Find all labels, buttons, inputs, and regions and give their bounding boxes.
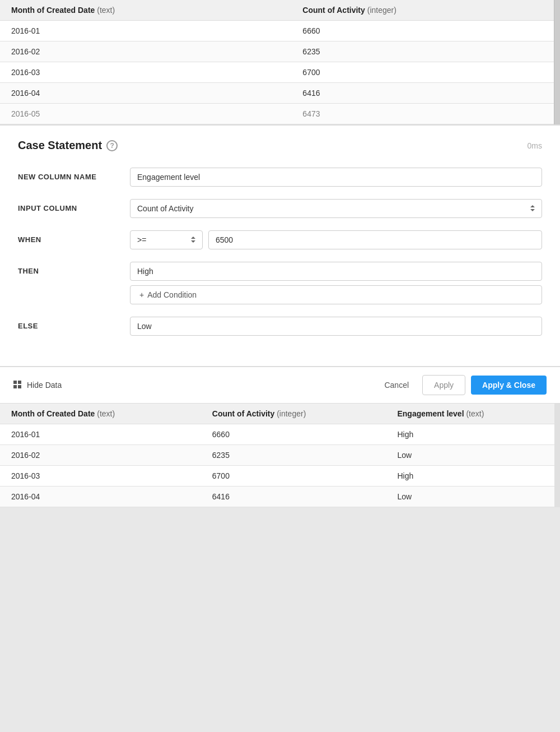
cell-engagement: Low [386,487,560,507]
hide-data-label: Hide Data [27,381,62,390]
table-row: 2016-02 6235 [0,41,560,62]
cell-engagement: High [386,424,560,445]
bottom-col-header-month: Month of Created Date (text) [0,404,201,424]
cell-month: 2016-02 [0,41,291,62]
table-row: 2016-03 6700 [0,62,560,83]
cell-count: 6235 [201,445,386,466]
cell-count: 6700 [291,62,560,83]
hide-data-button[interactable]: Hide Data [13,381,62,390]
cell-month: 2016-01 [0,21,291,41]
cell-count: 6416 [201,487,386,507]
help-icon[interactable]: ? [106,140,118,151]
timing-label: 0ms [528,141,542,150]
add-condition-button[interactable]: + Add Condition [130,285,542,304]
when-row: WHEN >= > = < <= != [18,230,542,249]
when-controls-wrapper: >= > = < <= != [130,230,542,249]
input-column-select[interactable]: Count of Activity Month of Created Date [130,199,542,218]
when-label: WHEN [18,230,130,244]
cell-count: 6235 [291,41,560,62]
cell-month: 2016-01 [0,424,201,445]
footer-actions: Cancel Apply Apply & Close [376,375,547,395]
cell-month: 2016-03 [0,62,291,83]
modal-header: Case Statement ? 0ms [18,139,542,152]
cell-count: 6660 [291,21,560,41]
input-column-row: INPUT COLUMN Count of Activity Month of … [18,199,542,218]
when-value-input[interactable] [208,230,542,249]
when-inputs: >= > = < <= != [130,230,542,249]
col-header-count: Count of Activity (integer) [291,0,560,21]
bottom-col-header-count: Count of Activity (integer) [201,404,386,424]
table-row: 2016-02 6235 Low [0,445,560,466]
cell-engagement: High [386,466,560,487]
then-row: THEN + Add Condition [18,262,542,304]
cell-engagement: Low [386,445,560,466]
apply-button[interactable]: Apply [422,375,465,395]
col-header-month: Month of Created Date (text) [0,0,291,21]
cell-count: 6660 [201,424,386,445]
cell-month: 2016-02 [0,445,201,466]
else-value-input[interactable] [130,317,542,336]
footer-bar: Hide Data Cancel Apply Apply & Close [0,367,560,404]
table-row: 2016-04 6416 [0,83,560,104]
new-column-input[interactable] [130,168,542,187]
else-label: ELSE [18,317,130,330]
plus-icon: + [139,290,144,299]
case-statement-panel: Case Statement ? 0ms NEW COLUMN NAME INP… [0,125,560,367]
grid-icon [13,381,22,390]
table-row: 2016-04 6416 Low [0,487,560,507]
table-row: 2016-01 6660 [0,21,560,41]
svg-rect-1 [18,381,21,384]
then-value-input[interactable] [130,262,542,281]
then-controls: + Add Condition [130,262,542,304]
cell-count: 6473 [291,104,560,124]
apply-close-button[interactable]: Apply & Close [471,376,547,395]
svg-rect-0 [13,381,17,384]
top-data-table: Month of Created Date (text) Count of Ac… [0,0,560,125]
svg-rect-2 [13,385,17,388]
table-row: 2016-01 6660 High [0,424,560,445]
input-column-controls: Count of Activity Month of Created Date [130,199,542,218]
input-column-label: INPUT COLUMN [18,199,130,212]
modal-title: Case Statement ? [18,139,118,152]
new-column-row: NEW COLUMN NAME [18,168,542,187]
cell-month: 2016-05 [0,104,291,124]
when-operator-select[interactable]: >= > = < <= != [130,230,203,249]
cell-count: 6416 [291,83,560,104]
new-column-label: NEW COLUMN NAME [18,168,130,181]
cell-count: 6700 [201,466,386,487]
table-row: 2016-03 6700 High [0,466,560,487]
new-column-controls [130,168,542,187]
bottom-data-table: Month of Created Date (text) Count of Ac… [0,404,560,507]
then-label: THEN [18,262,130,275]
table-row: 2016-05 6473 [0,104,560,124]
cell-month: 2016-04 [0,487,201,507]
cell-month: 2016-04 [0,83,291,104]
cell-month: 2016-03 [0,466,201,487]
bottom-col-header-engagement: Engagement level (text) [386,404,560,424]
add-condition-label: Add Condition [147,290,197,299]
cancel-button[interactable]: Cancel [376,376,417,394]
else-controls [130,317,542,336]
svg-rect-3 [18,385,21,388]
else-row: ELSE [18,317,542,336]
